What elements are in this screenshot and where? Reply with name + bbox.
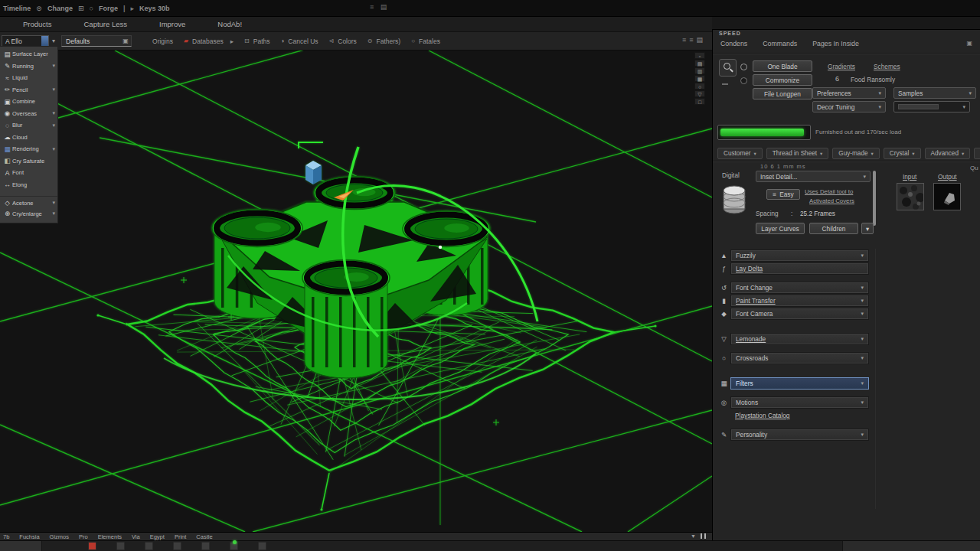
viewport-tool-icon[interactable]: ▤ (694, 60, 705, 67)
taskbar-app-icon[interactable] (230, 542, 238, 550)
empty-dropdown[interactable]: ▾ (893, 101, 970, 112)
chevron-down-icon[interactable]: ▾ (861, 432, 864, 438)
viewport-tool-icon[interactable]: ▽ (694, 90, 705, 97)
taskbar-app-icon[interactable] (116, 542, 125, 550)
sidebar-tool-item[interactable]: ☁ Cloud ▾ (0, 132, 57, 144)
breadcrumb-item[interactable]: ⊲ Colors (329, 37, 357, 45)
section-tab[interactable]: Effort▾ (974, 148, 980, 159)
chevron-down-icon[interactable]: ▾ (52, 200, 55, 206)
menu-item[interactable]: Capture Less (84, 20, 128, 28)
taskbar-start-segment[interactable] (0, 541, 42, 551)
chevron-down-icon[interactable]: ▾ (52, 110, 55, 116)
search-icon[interactable] (719, 59, 737, 77)
taskbar-app-icon[interactable] (88, 542, 96, 550)
commonize-button[interactable]: Commonize (753, 74, 812, 86)
bottom-menu-item[interactable]: Print (175, 533, 186, 540)
chevron-down-icon[interactable]: ▾ (861, 311, 864, 317)
3d-viewport[interactable]: ▫▤▥▦○▽□ (0, 51, 712, 532)
modifier-row[interactable]: ↺ Font Change ▾ (717, 282, 869, 294)
material-cylinder-preview[interactable] (720, 181, 748, 215)
file-longpen-button[interactable]: File Longpen (753, 88, 812, 99)
modifier-row[interactable]: ✎ Personality ▾ (717, 429, 869, 441)
sidebar-tool-item[interactable]: ◧ Cry Saturate ▾ (0, 155, 57, 168)
children-caret-button[interactable]: ▾ (861, 223, 874, 234)
scrollbar[interactable] (873, 171, 876, 226)
children-button[interactable]: Children (809, 223, 858, 234)
section-tab[interactable]: Advanced▾ (925, 148, 971, 159)
bottom-menu-item[interactable]: 7b (3, 533, 9, 540)
sidebar-tool-item[interactable]: ◇ Acetone ▾ (0, 196, 57, 208)
one-blade-button[interactable]: One Blade (753, 60, 812, 72)
viewport-canvas[interactable] (0, 51, 712, 532)
chevron-down-icon[interactable]: ▾ (52, 37, 55, 44)
bottom-menu-item[interactable]: Gizmos (50, 533, 69, 540)
radio-one-blade[interactable] (740, 64, 747, 70)
titlebar-center-icons[interactable]: ≡ ▤ (370, 3, 389, 11)
search-input[interactable] (62, 37, 120, 45)
search-apply-icon[interactable]: ▣ (120, 37, 131, 44)
samples-dropdown[interactable]: Samples▾ (893, 87, 976, 99)
viewport-layout-icons[interactable]: ≡≡▤ (682, 36, 706, 44)
decor-tuning-dropdown[interactable]: Decor Tuning▾ (812, 101, 886, 112)
chevron-down-icon[interactable]: ▾ (52, 86, 55, 93)
taskbar-app-icon[interactable] (145, 542, 153, 550)
modifier-row[interactable]: ▽ Lemonade ▾ (717, 333, 869, 345)
viewport-tool-icon[interactable]: ○ (694, 83, 705, 90)
breadcrumb-item[interactable]: ◑ Cancel Us (280, 37, 318, 45)
modifier-row[interactable]: ▮ Paint Transfer ▾ (717, 295, 869, 307)
preferences-dropdown[interactable]: Preferences▾ (812, 87, 886, 99)
radio-commonize[interactable] (740, 77, 747, 84)
taskbar-app-icon[interactable] (201, 542, 210, 550)
bottom-menu-item[interactable]: Egypt (150, 533, 165, 540)
preset-dropdown[interactable]: Inset Detail...▾ (756, 171, 871, 182)
panel-tab[interactable]: Pages In Inside (812, 40, 859, 47)
section-tab[interactable]: Thread in Sheet▾ (766, 148, 829, 159)
breadcrumb-item[interactable]: ○ Fatales (411, 37, 440, 45)
breadcrumb-item[interactable]: ▰ Databases (184, 37, 234, 45)
panel-box-icon[interactable]: ▣ (966, 40, 972, 47)
sidebar-tool-item[interactable]: ▤ Surface Layer ▾ (0, 48, 57, 60)
taskbar-app-icon[interactable] (173, 542, 181, 550)
layer-curves-button[interactable]: Layer Curves (756, 223, 805, 234)
sidebar-tool-item[interactable]: ✏ Pencil ▾ (0, 84, 57, 96)
chevron-down-icon[interactable]: ▾ (861, 399, 864, 406)
modifier-row[interactable]: ▦ Filters ▾ (717, 377, 869, 390)
chevron-down-icon[interactable]: ▾ (861, 253, 864, 259)
menu-item[interactable]: NodAb! (217, 20, 242, 28)
breadcrumb-item[interactable]: Origins (149, 37, 173, 45)
gradients-link[interactable]: Gradients (828, 63, 855, 70)
menu-item[interactable]: Improve (159, 20, 185, 28)
output-thumbnail[interactable] (933, 183, 961, 210)
chevron-down-icon[interactable]: ▾ (52, 63, 55, 69)
viewport-tool-icon[interactable]: □ (694, 98, 705, 105)
breadcrumb-item[interactable]: ⊖ Fathers) (368, 37, 400, 45)
modifier-row[interactable]: ◎ Motions ▾ (717, 396, 869, 409)
panel-tab[interactable]: Condens (720, 40, 747, 47)
taskbar-tray[interactable] (842, 541, 980, 551)
sidebar-tool-item[interactable]: ▣ Combine ▾ (0, 96, 57, 108)
sidebar-tool-item[interactable]: ✎ Running ▾ (0, 60, 57, 73)
bottom-menu-item[interactable]: Pro (79, 533, 88, 540)
breadcrumb-item[interactable]: ⊟ Paths (244, 37, 270, 45)
chevron-down-icon[interactable]: ▾ (861, 285, 864, 291)
sidebar-tool-item[interactable]: ◉ Overseas ▾ (0, 108, 57, 120)
taskbar-app-icon[interactable] (258, 542, 266, 550)
modifier-row[interactable]: ƒ Lay Delta ▾ (717, 262, 869, 275)
modifier-row[interactable]: ○ Crossroads ▾ (717, 352, 869, 364)
section-tab[interactable]: Customer▾ (717, 148, 763, 159)
chevron-down-icon[interactable]: ▾ (861, 355, 864, 361)
section-tab[interactable]: Crystal▾ (884, 148, 921, 159)
chevron-down-icon[interactable]: ▾ (52, 122, 55, 129)
easy-button[interactable]: ≡ Easy (766, 189, 800, 200)
panel-tab[interactable]: Commands (763, 40, 797, 47)
chevron-down-icon[interactable]: ▾ (861, 298, 864, 304)
viewport-tool-icon[interactable]: ▫ (694, 52, 705, 59)
sidebar-tool-item[interactable]: ▦ Rendering ▾ (0, 143, 57, 155)
titlebar-item-change[interactable]: Change (47, 5, 73, 12)
viewport-tool-icon[interactable]: ▦ (694, 75, 705, 82)
viewport-tool-icon[interactable]: ▥ (694, 67, 705, 74)
sidebar-tool-item[interactable]: ⊕ Cry/enlarge ▾ (0, 208, 57, 220)
modifier-row[interactable]: ▲ Fuzzily ▾ (717, 249, 869, 262)
sidebar-tool-item[interactable]: ≈ Liquid ▾ (0, 72, 57, 84)
menu-item[interactable]: Products (23, 20, 52, 28)
